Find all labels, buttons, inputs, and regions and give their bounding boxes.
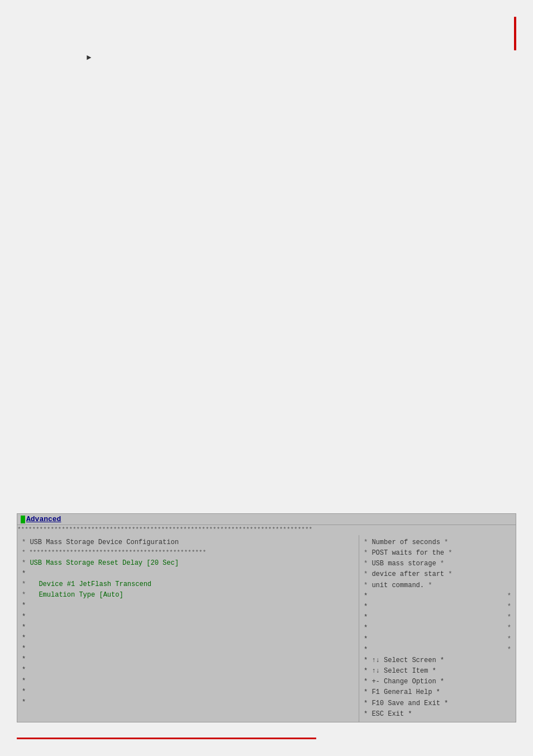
key-select-screen: * ↑↓ Select Screen * [364, 655, 511, 666]
help-row-5: * unit command. * [364, 580, 511, 591]
title-green-block [21, 516, 25, 523]
separator-stars: ****************************************… [17, 526, 312, 533]
row-stars-2: * **************************************… [22, 548, 354, 558]
row-blank-3: * [22, 612, 354, 622]
bios-panel: Advanced *******************************… [17, 513, 516, 722]
help-row-4: * device after start * [364, 569, 511, 580]
help-row-3: * USB mass storage * [364, 559, 511, 569]
row-blank-10: * [22, 687, 354, 697]
arrow-indicator: ► [87, 53, 91, 62]
row-usb-heading: * USB Mass Storage Device Configuration [22, 537, 354, 548]
key-select-item: * ↑↓ Select Item * [364, 666, 511, 677]
bios-title: Advanced [26, 515, 61, 523]
help-blank-5: * * [364, 634, 511, 645]
key-esc-exit: * ESC Exit * [364, 709, 511, 720]
row-blank-11: * [22, 697, 354, 708]
help-blank-6: * * [364, 645, 511, 655]
row-blank-8: * [22, 665, 354, 675]
key-save-exit: * F10 Save and Exit * [364, 698, 511, 709]
help-row-2: * POST waits for the * [364, 548, 511, 559]
row-blank-5: * [22, 633, 354, 644]
help-blank-4: * * [364, 623, 511, 634]
row-blank-4: * [22, 622, 354, 633]
help-blank-3: * * [364, 612, 511, 623]
row-blank-7: * [22, 654, 354, 665]
bios-separator: ****************************************… [17, 525, 516, 535]
help-blank-2: * * [364, 602, 511, 612]
row-blank-2: * [22, 601, 354, 611]
bios-title-bar: Advanced [17, 514, 516, 525]
bios-right-panel: * Number of seconds * * POST waits for t… [359, 535, 516, 722]
bios-content: * USB Mass Storage Device Configuration … [17, 535, 516, 722]
bottom-red-line [17, 738, 516, 739]
row-device-1: * Device #1 JetFlash Transcend [22, 579, 354, 590]
row-emulation-type: * Emulation Type [Auto] [22, 590, 354, 601]
bios-left-panel: * USB Mass Storage Device Configuration … [17, 535, 359, 722]
accent-bar [514, 17, 516, 50]
key-general-help: * F1 General Help * [364, 687, 511, 698]
row-reset-delay: * USB Mass Storage Reset Delay [20 Sec] [22, 558, 354, 569]
row-blank-1: * [22, 569, 354, 579]
row-blank-9: * [22, 676, 354, 687]
row-blank-6: * [22, 644, 354, 654]
help-row-1: * Number of seconds * [364, 537, 511, 548]
help-blank-1: * * [364, 591, 511, 602]
key-change-option: * +- Change Option * [364, 677, 511, 687]
